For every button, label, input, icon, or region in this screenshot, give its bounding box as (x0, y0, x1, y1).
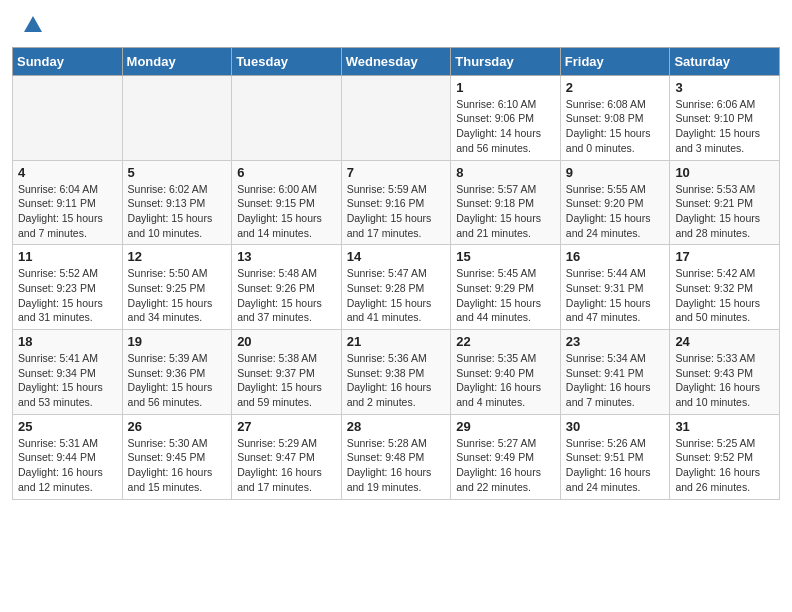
col-header-sunday: Sunday (13, 47, 123, 75)
day-info: Sunrise: 5:30 AMSunset: 9:45 PMDaylight:… (128, 436, 227, 495)
day-cell: 22Sunrise: 5:35 AMSunset: 9:40 PMDayligh… (451, 330, 561, 415)
day-info: Sunrise: 5:50 AMSunset: 9:25 PMDaylight:… (128, 266, 227, 325)
day-cell: 27Sunrise: 5:29 AMSunset: 9:47 PMDayligh… (232, 414, 342, 499)
day-info: Sunrise: 5:26 AMSunset: 9:51 PMDaylight:… (566, 436, 665, 495)
day-number: 13 (237, 249, 336, 264)
day-cell: 28Sunrise: 5:28 AMSunset: 9:48 PMDayligh… (341, 414, 451, 499)
day-number: 16 (566, 249, 665, 264)
day-number: 5 (128, 165, 227, 180)
day-info: Sunrise: 5:25 AMSunset: 9:52 PMDaylight:… (675, 436, 774, 495)
day-cell: 12Sunrise: 5:50 AMSunset: 9:25 PMDayligh… (122, 245, 232, 330)
day-cell: 31Sunrise: 5:25 AMSunset: 9:52 PMDayligh… (670, 414, 780, 499)
day-cell: 21Sunrise: 5:36 AMSunset: 9:38 PMDayligh… (341, 330, 451, 415)
day-info: Sunrise: 5:39 AMSunset: 9:36 PMDaylight:… (128, 351, 227, 410)
day-number: 19 (128, 334, 227, 349)
day-number: 26 (128, 419, 227, 434)
day-cell: 2Sunrise: 6:08 AMSunset: 9:08 PMDaylight… (560, 75, 670, 160)
page-header (0, 0, 792, 47)
week-row-1: 1Sunrise: 6:10 AMSunset: 9:06 PMDaylight… (13, 75, 780, 160)
day-cell: 13Sunrise: 5:48 AMSunset: 9:26 PMDayligh… (232, 245, 342, 330)
day-cell: 14Sunrise: 5:47 AMSunset: 9:28 PMDayligh… (341, 245, 451, 330)
day-info: Sunrise: 5:29 AMSunset: 9:47 PMDaylight:… (237, 436, 336, 495)
svg-marker-0 (24, 16, 42, 32)
day-cell: 30Sunrise: 5:26 AMSunset: 9:51 PMDayligh… (560, 414, 670, 499)
day-cell (13, 75, 123, 160)
day-info: Sunrise: 5:45 AMSunset: 9:29 PMDaylight:… (456, 266, 555, 325)
calendar-wrapper: SundayMondayTuesdayWednesdayThursdayFrid… (0, 47, 792, 510)
day-number: 2 (566, 80, 665, 95)
day-number: 4 (18, 165, 117, 180)
day-number: 7 (347, 165, 446, 180)
day-number: 8 (456, 165, 555, 180)
col-header-saturday: Saturday (670, 47, 780, 75)
day-cell: 4Sunrise: 6:04 AMSunset: 9:11 PMDaylight… (13, 160, 123, 245)
day-number: 24 (675, 334, 774, 349)
day-info: Sunrise: 5:52 AMSunset: 9:23 PMDaylight:… (18, 266, 117, 325)
day-number: 29 (456, 419, 555, 434)
day-info: Sunrise: 5:38 AMSunset: 9:37 PMDaylight:… (237, 351, 336, 410)
logo-icon (22, 14, 44, 36)
day-cell: 10Sunrise: 5:53 AMSunset: 9:21 PMDayligh… (670, 160, 780, 245)
day-number: 10 (675, 165, 774, 180)
day-header-row: SundayMondayTuesdayWednesdayThursdayFrid… (13, 47, 780, 75)
day-cell (122, 75, 232, 160)
day-info: Sunrise: 5:47 AMSunset: 9:28 PMDaylight:… (347, 266, 446, 325)
day-number: 21 (347, 334, 446, 349)
day-cell: 26Sunrise: 5:30 AMSunset: 9:45 PMDayligh… (122, 414, 232, 499)
logo (20, 14, 44, 41)
day-cell: 9Sunrise: 5:55 AMSunset: 9:20 PMDaylight… (560, 160, 670, 245)
day-cell: 29Sunrise: 5:27 AMSunset: 9:49 PMDayligh… (451, 414, 561, 499)
day-number: 31 (675, 419, 774, 434)
day-info: Sunrise: 6:10 AMSunset: 9:06 PMDaylight:… (456, 97, 555, 156)
col-header-thursday: Thursday (451, 47, 561, 75)
day-info: Sunrise: 5:48 AMSunset: 9:26 PMDaylight:… (237, 266, 336, 325)
day-cell: 6Sunrise: 6:00 AMSunset: 9:15 PMDaylight… (232, 160, 342, 245)
day-info: Sunrise: 5:53 AMSunset: 9:21 PMDaylight:… (675, 182, 774, 241)
day-info: Sunrise: 5:31 AMSunset: 9:44 PMDaylight:… (18, 436, 117, 495)
day-cell: 16Sunrise: 5:44 AMSunset: 9:31 PMDayligh… (560, 245, 670, 330)
day-cell: 3Sunrise: 6:06 AMSunset: 9:10 PMDaylight… (670, 75, 780, 160)
day-info: Sunrise: 6:06 AMSunset: 9:10 PMDaylight:… (675, 97, 774, 156)
day-cell: 1Sunrise: 6:10 AMSunset: 9:06 PMDaylight… (451, 75, 561, 160)
day-info: Sunrise: 5:41 AMSunset: 9:34 PMDaylight:… (18, 351, 117, 410)
day-info: Sunrise: 5:33 AMSunset: 9:43 PMDaylight:… (675, 351, 774, 410)
day-cell: 23Sunrise: 5:34 AMSunset: 9:41 PMDayligh… (560, 330, 670, 415)
week-row-4: 18Sunrise: 5:41 AMSunset: 9:34 PMDayligh… (13, 330, 780, 415)
week-row-3: 11Sunrise: 5:52 AMSunset: 9:23 PMDayligh… (13, 245, 780, 330)
day-number: 18 (18, 334, 117, 349)
day-info: Sunrise: 5:42 AMSunset: 9:32 PMDaylight:… (675, 266, 774, 325)
day-cell: 11Sunrise: 5:52 AMSunset: 9:23 PMDayligh… (13, 245, 123, 330)
col-header-wednesday: Wednesday (341, 47, 451, 75)
day-number: 28 (347, 419, 446, 434)
day-info: Sunrise: 5:36 AMSunset: 9:38 PMDaylight:… (347, 351, 446, 410)
day-info: Sunrise: 5:27 AMSunset: 9:49 PMDaylight:… (456, 436, 555, 495)
day-number: 14 (347, 249, 446, 264)
day-info: Sunrise: 5:35 AMSunset: 9:40 PMDaylight:… (456, 351, 555, 410)
calendar-table: SundayMondayTuesdayWednesdayThursdayFrid… (12, 47, 780, 500)
day-cell: 18Sunrise: 5:41 AMSunset: 9:34 PMDayligh… (13, 330, 123, 415)
day-cell (232, 75, 342, 160)
day-cell: 15Sunrise: 5:45 AMSunset: 9:29 PMDayligh… (451, 245, 561, 330)
day-info: Sunrise: 6:02 AMSunset: 9:13 PMDaylight:… (128, 182, 227, 241)
day-number: 22 (456, 334, 555, 349)
day-cell: 24Sunrise: 5:33 AMSunset: 9:43 PMDayligh… (670, 330, 780, 415)
col-header-friday: Friday (560, 47, 670, 75)
day-number: 3 (675, 80, 774, 95)
day-cell: 17Sunrise: 5:42 AMSunset: 9:32 PMDayligh… (670, 245, 780, 330)
day-number: 30 (566, 419, 665, 434)
day-info: Sunrise: 5:28 AMSunset: 9:48 PMDaylight:… (347, 436, 446, 495)
day-number: 12 (128, 249, 227, 264)
day-number: 27 (237, 419, 336, 434)
day-number: 17 (675, 249, 774, 264)
day-number: 15 (456, 249, 555, 264)
day-number: 23 (566, 334, 665, 349)
day-number: 1 (456, 80, 555, 95)
day-info: Sunrise: 5:34 AMSunset: 9:41 PMDaylight:… (566, 351, 665, 410)
day-number: 20 (237, 334, 336, 349)
col-header-tuesday: Tuesday (232, 47, 342, 75)
day-number: 11 (18, 249, 117, 264)
day-cell: 5Sunrise: 6:02 AMSunset: 9:13 PMDaylight… (122, 160, 232, 245)
day-cell: 7Sunrise: 5:59 AMSunset: 9:16 PMDaylight… (341, 160, 451, 245)
day-cell: 8Sunrise: 5:57 AMSunset: 9:18 PMDaylight… (451, 160, 561, 245)
week-row-5: 25Sunrise: 5:31 AMSunset: 9:44 PMDayligh… (13, 414, 780, 499)
